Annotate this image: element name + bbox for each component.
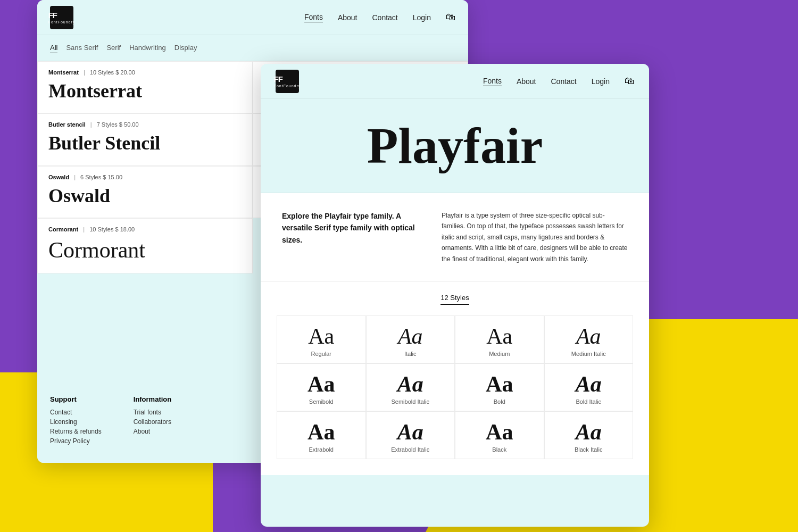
font-preview-montserrat: Montserrat — [48, 81, 242, 102]
style-card-medium-italic[interactable]: Aa Medium Italic — [544, 315, 634, 363]
style-label-bold: Bold — [494, 398, 505, 405]
style-label-black-italic: Black Italic — [575, 446, 603, 453]
style-aa-extrabold-italic: Aa — [397, 421, 423, 443]
back-logo[interactable]: FF FontFoundry — [50, 6, 73, 29]
footer-licensing-link[interactable]: Licensing — [50, 418, 102, 426]
font-preview-cormorant: Cormorant — [48, 238, 242, 262]
style-aa-semibold: Aa — [307, 373, 335, 395]
back-nav-login[interactable]: Login — [413, 13, 431, 22]
footer-returns-link[interactable]: Returns & refunds — [50, 428, 102, 435]
description-section: Explore the Playfair type family. A vers… — [261, 193, 649, 282]
style-aa-black: Aa — [486, 421, 513, 443]
footer-about-link[interactable]: About — [134, 428, 172, 435]
back-nav-links: Fonts About Contact Login 🛍 — [304, 12, 455, 23]
style-label-italic: Italic — [404, 351, 417, 357]
style-card-medium[interactable]: Aa Medium — [455, 315, 544, 363]
back-nav-about[interactable]: About — [338, 13, 358, 22]
filter-handwriting[interactable]: Handwriting — [129, 43, 166, 53]
style-card-black-italic[interactable]: Aa Black Italic — [544, 411, 634, 459]
style-aa-medium-italic: Aa — [576, 325, 601, 347]
desc-left: Explore the Playfair type family. A vers… — [282, 210, 415, 264]
style-card-black[interactable]: Aa Black — [455, 411, 544, 459]
footer-information: Information Trial fonts Collaborators Ab… — [134, 395, 172, 447]
front-nav-login[interactable]: Login — [592, 77, 610, 86]
front-navbar: FF FontFoundry Fonts About Contact Login… — [261, 64, 649, 99]
font-card-butler[interactable]: Butler stencil | 7 Styles $ 50.00 Butler… — [37, 113, 253, 167]
desc-right: Playfair is a type system of three size-… — [442, 210, 628, 264]
front-window: FF FontFoundry Fonts About Contact Login… — [261, 64, 649, 527]
footer-contact-link[interactable]: Contact — [50, 409, 102, 416]
front-nav-about[interactable]: About — [517, 77, 536, 86]
footer-support-heading: Support — [50, 395, 102, 403]
font-preview-oswald: Oswald — [48, 186, 242, 207]
style-card-semibold[interactable]: Aa Semibold — [277, 363, 366, 411]
footer-trial-link[interactable]: Trial fonts — [134, 409, 172, 416]
style-aa-extrabold: Aa — [307, 421, 335, 443]
styles-tab: 12 Styles — [277, 293, 633, 305]
back-nav-fonts[interactable]: Fonts — [304, 13, 323, 22]
font-card-montserrat[interactable]: Montserrat | 10 Styles $ 20.00 Montserra… — [37, 61, 253, 113]
style-card-semibold-italic[interactable]: Aa Semibold Italic — [366, 363, 455, 411]
styles-grid: Aa Regular Aa Italic Aa Medium Aa Medium… — [277, 315, 633, 459]
back-cart-icon[interactable]: 🛍 — [446, 12, 455, 23]
style-card-italic[interactable]: Aa Italic — [366, 315, 455, 363]
style-label-medium-italic: Medium Italic — [571, 351, 606, 357]
font-preview-butler: Butler Stencil — [48, 133, 242, 154]
footer-privacy-link[interactable]: Privacy Policy — [50, 437, 102, 445]
footer-collaborators-link[interactable]: Collaborators — [134, 418, 172, 426]
style-label-bold-italic: Bold Italic — [576, 398, 601, 405]
filter-all[interactable]: All — [50, 43, 57, 53]
filter-serif[interactable]: Serif — [106, 43, 121, 53]
front-nav-links: Fonts About Contact Login 🛍 — [483, 76, 634, 87]
style-label-regular: Regular — [311, 351, 331, 357]
styles-count[interactable]: 12 Styles — [440, 294, 469, 305]
footer-support: Support Contact Licensing Returns & refu… — [50, 395, 102, 447]
back-nav-contact[interactable]: Contact — [372, 13, 397, 22]
front-cart-icon[interactable]: 🛍 — [625, 76, 634, 87]
style-label-extrabold: Extrabold — [309, 446, 334, 453]
font-card-cormorant[interactable]: Cormorant | 10 Styles $ 18.00 Cormorant — [37, 218, 253, 273]
footer-information-heading: Information — [134, 395, 172, 403]
hero-title: Playfair — [271, 120, 638, 171]
front-nav-contact[interactable]: Contact — [551, 77, 576, 86]
front-logo[interactable]: FF FontFoundry — [276, 70, 299, 93]
font-card-oswald[interactable]: Oswald | 6 Styles $ 15.00 Oswald — [37, 166, 253, 218]
style-label-extrabold-italic: Extrabold Italic — [391, 446, 429, 453]
back-navbar: FF FontFoundry Fonts About Contact Login… — [37, 0, 468, 35]
style-aa-bold: Aa — [486, 373, 513, 395]
style-card-regular[interactable]: Aa Regular — [277, 315, 366, 363]
front-nav-fonts[interactable]: Fonts — [483, 77, 502, 86]
filter-sans-serif[interactable]: Sans Serif — [66, 43, 98, 53]
filter-display[interactable]: Display — [174, 43, 197, 53]
style-aa-italic: Aa — [398, 325, 423, 347]
hero-section: Playfair — [261, 99, 649, 193]
desc-left-text: Explore the Playfair type family. A vers… — [282, 210, 415, 246]
style-card-extrabold[interactable]: Aa Extrabold — [277, 411, 366, 459]
style-aa-medium: Aa — [486, 325, 512, 347]
style-aa-semibold-italic: Aa — [397, 373, 423, 395]
desc-right-text: Playfair is a type system of three size-… — [442, 210, 628, 264]
style-label-semibold-italic: Semibold Italic — [391, 398, 429, 405]
style-card-bold-italic[interactable]: Aa Bold Italic — [544, 363, 634, 411]
style-card-extrabold-italic[interactable]: Aa Extrabold Italic — [366, 411, 455, 459]
style-aa-regular: Aa — [308, 325, 334, 347]
style-label-semibold: Semibold — [309, 398, 334, 405]
style-card-bold[interactable]: Aa Bold — [455, 363, 544, 411]
styles-section: 12 Styles Aa Regular Aa Italic Aa Medium… — [261, 282, 649, 475]
style-aa-bold-italic: Aa — [576, 373, 602, 395]
style-label-black: Black — [492, 446, 506, 453]
style-aa-black-italic: Aa — [576, 421, 602, 443]
filter-bar: All Sans Serif Serif Handwriting Display — [37, 35, 468, 61]
style-label-medium: Medium — [489, 351, 510, 357]
